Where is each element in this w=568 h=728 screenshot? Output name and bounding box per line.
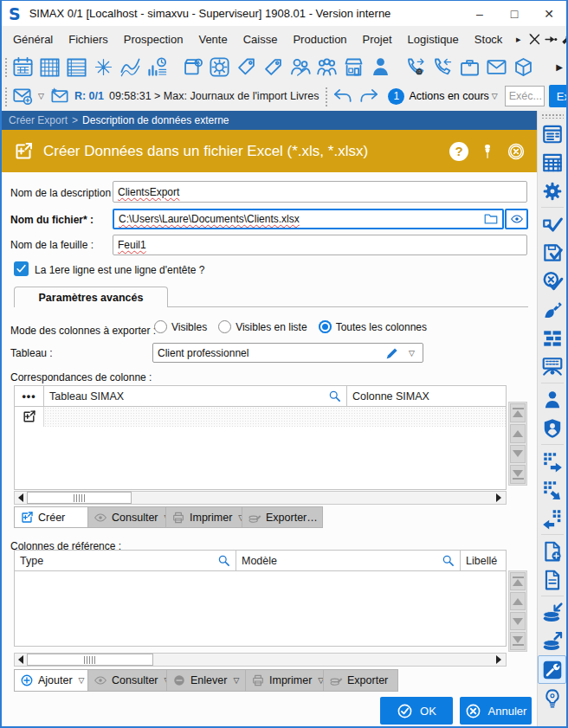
column-menu-header[interactable]: ••• [15, 386, 44, 406]
mail-dropdown-caret[interactable]: ▽ [38, 92, 44, 100]
sidebar-save-check-icon[interactable] [538, 238, 566, 267]
group-icon[interactable] [313, 54, 340, 80]
cancel-button[interactable]: Annuler [460, 697, 532, 725]
menu-stock[interactable]: Stock [467, 33, 511, 46]
ok-button[interactable]: OK [380, 697, 453, 725]
actions-caret[interactable]: ▽ [492, 92, 498, 100]
scroll-bottom-button[interactable] [510, 632, 526, 650]
sidebar-cells-icon[interactable] [538, 324, 566, 352]
run-icon[interactable] [543, 29, 559, 48]
column-header-tableau-simax[interactable]: Tableau SIMAX [44, 386, 347, 406]
créer-button[interactable]: Créer [14, 506, 88, 528]
sidebar-data-left-icon[interactable] [538, 504, 566, 532]
scroll-left-arrow[interactable] [15, 655, 27, 664]
scroll-up-button[interactable] [510, 592, 526, 610]
ajouter-button[interactable]: Ajouter▽ [14, 669, 88, 692]
sidebar-data-downright-icon[interactable] [538, 475, 566, 504]
overflow-arrow[interactable]: ▸ [510, 29, 526, 48]
sidebar-db-in-icon[interactable] [538, 598, 566, 627]
tableau-select[interactable]: Client professionnel ▽ [152, 343, 423, 363]
toolbar2-handle[interactable] [3, 86, 8, 106]
actions-count-badge[interactable]: 1 [388, 88, 404, 105]
pin-icon[interactable] [478, 142, 497, 161]
new-mail-icon[interactable] [11, 85, 34, 107]
toolbar2-handle2[interactable] [324, 86, 328, 106]
column-header-modele[interactable]: Modèle [236, 551, 461, 570]
sheet-input[interactable]: Feuil1 [113, 235, 527, 255]
column-header-type[interactable]: Type [15, 551, 236, 570]
correspondences-hscroll[interactable] [14, 491, 507, 505]
sidebar-doc-plus-icon[interactable] [538, 537, 566, 565]
scroll-top-button[interactable] [510, 403, 526, 422]
breadcrumb-parent[interactable]: Créer Export [9, 114, 68, 126]
undo-icon[interactable] [332, 85, 354, 107]
references-hscroll[interactable] [14, 653, 507, 667]
hscroll-thumb[interactable] [27, 654, 153, 666]
toolbar-overflow-arrow[interactable]: ▶ [556, 62, 563, 72]
column-header-colonne-simax[interactable]: Colonne SIMAX [347, 386, 506, 406]
scroll-up-button[interactable] [510, 424, 526, 443]
edit-pencil-icon[interactable] [384, 345, 400, 361]
radio-visibles-en-liste[interactable]: Visibles en liste [218, 320, 307, 333]
sidebar-gear-solid-icon[interactable] [538, 177, 566, 205]
exec-input[interactable]: Exéc... [505, 86, 545, 106]
sidebar-user-icon[interactable] [538, 385, 566, 414]
menu-logistique[interactable]: Logistique [400, 33, 467, 46]
help-icon[interactable]: ? [449, 142, 468, 161]
toolbar-handle[interactable] [3, 56, 8, 77]
tableau-caret[interactable]: ▽ [409, 349, 415, 358]
call-in-icon[interactable] [429, 54, 456, 80]
tab-advanced-settings[interactable]: Paramètres avancés [14, 287, 168, 307]
execute-button[interactable]: Exécuter [549, 85, 568, 107]
sidebar-bulb-icon[interactable] [538, 684, 566, 712]
package-icon[interactable] [179, 54, 206, 80]
exporter-button[interactable]: Exporter… [242, 506, 323, 528]
case-icon[interactable] [456, 54, 483, 80]
sidebar-form-panel-icon[interactable] [538, 119, 566, 148]
sidebar-brush-icon[interactable] [538, 295, 566, 324]
sidebar-handle[interactable] [541, 113, 564, 119]
search-icon[interactable] [328, 390, 341, 403]
gear-icon[interactable] [206, 54, 233, 80]
sidebar-cancel-ok-icon[interactable] [538, 267, 566, 295]
menu-vente[interactable]: Vente [190, 33, 235, 46]
sidebar-db-out-icon[interactable] [538, 627, 566, 655]
curve-icon[interactable] [117, 54, 144, 80]
scroll-left-arrow[interactable] [15, 493, 27, 502]
burst-icon[interactable] [90, 54, 117, 80]
menu-général[interactable]: Général [5, 33, 61, 46]
menu-production[interactable]: Production [285, 33, 354, 46]
file-input[interactable]: C:\Users\Laure\Documents\Clients.xlsx [113, 209, 504, 229]
minimize-button[interactable]: – [462, 1, 497, 26]
maximize-button[interactable]: □ [497, 1, 532, 26]
new-row[interactable] [15, 407, 506, 427]
exporter-button[interactable]: Exporter [324, 669, 398, 692]
tag-icon[interactable] [260, 54, 287, 80]
enlever-button[interactable]: Enlever▽ [167, 669, 246, 692]
menu-caisse[interactable]: Caisse [236, 33, 286, 46]
sidebar-shield-user-icon[interactable] [538, 414, 566, 442]
scroll-bottom-button[interactable] [510, 465, 526, 484]
header-row-checkbox[interactable] [14, 261, 29, 276]
menu-fichiers[interactable]: Fichiers [61, 33, 116, 46]
sidebar-grid-panel-icon[interactable] [538, 148, 566, 177]
wrench-icon[interactable] [559, 29, 568, 48]
sidebar-doc-icon[interactable] [538, 565, 566, 594]
planning-icon[interactable] [36, 54, 63, 80]
hscroll-thumb[interactable] [27, 492, 132, 504]
search-icon[interactable] [217, 554, 230, 567]
column-header-libelle[interactable]: Libellé [461, 551, 506, 570]
cube-icon[interactable] [510, 54, 537, 80]
redo-icon[interactable] [358, 85, 380, 107]
new-row-icon[interactable] [15, 407, 44, 427]
consulter-button[interactable]: Consulter▽ [88, 506, 166, 528]
stats-icon[interactable] [144, 54, 171, 80]
scroll-right-arrow[interactable] [494, 655, 504, 664]
sidebar-apply-icon[interactable] [538, 209, 566, 238]
shop-icon[interactable] [340, 54, 367, 80]
correspondences-vscroll[interactable] [508, 402, 527, 486]
sidebar-tools-frame-icon[interactable] [538, 655, 566, 684]
references-vscroll[interactable] [508, 570, 527, 652]
imprimer-button[interactable]: Imprimer▽ [166, 506, 242, 528]
sidebar-kbd-eye-icon[interactable] [538, 352, 566, 381]
